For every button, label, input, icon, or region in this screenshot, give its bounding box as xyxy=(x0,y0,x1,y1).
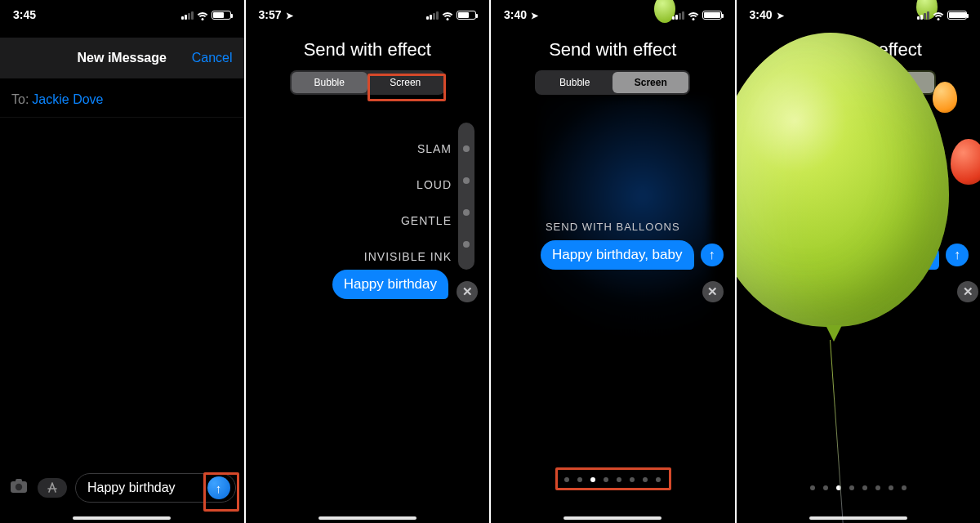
screen-effect-name: SEND WITH BALLOONS xyxy=(491,221,735,233)
app-store-icon[interactable] xyxy=(38,478,67,498)
balloon-string-icon xyxy=(830,340,844,523)
status-right-icons xyxy=(672,9,722,20)
cell-signal-icon xyxy=(672,11,684,20)
option-dot[interactable] xyxy=(463,209,470,216)
effect-segmented-control[interactable]: Bubble Screen xyxy=(535,70,690,95)
tab-bubble[interactable]: Bubble xyxy=(537,72,612,93)
message-input-text: Happy birthday xyxy=(87,481,207,495)
send-with-effect-button[interactable]: ↑ xyxy=(946,244,969,266)
status-bar: 3:45 xyxy=(0,0,244,29)
option-dot[interactable] xyxy=(463,241,470,248)
home-indicator[interactable] xyxy=(564,516,662,520)
annotation-highlight-send xyxy=(203,472,239,512)
nav-title: New iMessage xyxy=(78,51,167,65)
option-dot[interactable] xyxy=(463,177,470,184)
to-field-row[interactable]: To: Jackie Dove xyxy=(0,82,244,118)
status-time: 3:40 ➤ xyxy=(750,8,784,21)
battery-icon xyxy=(947,11,967,20)
camera-icon[interactable] xyxy=(8,479,29,498)
message-bubble-preview: Happy birthday xyxy=(332,270,448,299)
wifi-icon xyxy=(933,9,944,20)
option-dot[interactable] xyxy=(463,145,470,152)
location-icon: ➤ xyxy=(283,11,293,20)
screen-effect-page-indicator[interactable] xyxy=(810,485,906,490)
location-icon: ➤ xyxy=(774,11,784,20)
bubble-effect-options: SLAM LOUD GENTLE INVISIBLE INK xyxy=(364,131,452,275)
effect-title: Send with effect xyxy=(246,39,490,60)
close-effect-button[interactable]: ✕ xyxy=(702,281,724,302)
location-icon: ➤ xyxy=(528,11,538,20)
balloon-red-icon xyxy=(951,139,980,185)
close-effect-button[interactable]: ✕ xyxy=(457,281,478,302)
status-right-icons xyxy=(426,9,476,20)
pane-4-balloons-playing: 3:40 ➤ Send with effect Bubble Screen SE… xyxy=(737,0,981,523)
cell-signal-icon xyxy=(426,11,439,20)
wifi-icon xyxy=(688,9,699,20)
effect-option-loud[interactable]: LOUD xyxy=(364,167,452,203)
battery-icon xyxy=(212,11,231,20)
effect-header: Send with effect Bubble Screen xyxy=(491,39,735,95)
home-indicator[interactable] xyxy=(73,516,171,520)
effect-option-slam[interactable]: SLAM xyxy=(364,131,452,167)
wifi-icon xyxy=(197,9,208,20)
status-bar: 3:40 ➤ xyxy=(737,0,981,29)
nav-bar: New iMessage Cancel xyxy=(0,38,244,78)
annotation-highlight-screen-tab xyxy=(368,74,446,101)
status-right-icons xyxy=(181,9,231,20)
battery-icon xyxy=(457,11,476,20)
close-effect-button[interactable]: ✕ xyxy=(957,281,978,302)
status-bar: 3:40 ➤ xyxy=(491,0,735,29)
wifi-icon xyxy=(442,9,453,20)
effect-title: Send with effect xyxy=(491,39,735,60)
cell-signal-icon xyxy=(181,11,194,20)
pane-1-compose: 3:45 New iMessage Cancel To: Jackie Dove xyxy=(0,0,246,523)
pane-2-bubble-effects: 3:57 ➤ Send with effect Bubble Screen SL… xyxy=(246,0,492,523)
effect-option-indicator-track[interactable] xyxy=(458,123,474,270)
message-bubble-preview: Happy birthday, baby xyxy=(541,240,693,270)
svg-point-2 xyxy=(16,483,22,489)
home-indicator[interactable] xyxy=(318,516,416,520)
tab-screen[interactable]: Screen xyxy=(612,72,688,93)
status-right-icons xyxy=(917,9,967,20)
balloon-orange-icon xyxy=(933,82,957,113)
cancel-button[interactable]: Cancel xyxy=(192,51,233,65)
home-indicator[interactable] xyxy=(809,516,907,520)
status-bar: 3:57 ➤ xyxy=(246,0,490,29)
effect-option-gentle[interactable]: GENTLE xyxy=(364,203,452,239)
tab-bubble[interactable]: Bubble xyxy=(292,72,368,93)
battery-icon xyxy=(702,11,722,20)
svg-rect-1 xyxy=(16,479,22,483)
status-time: 3:45 xyxy=(13,8,36,21)
pane-3-screen-effect-preview: 3:40 ➤ Send with effect Bubble Screen SE… xyxy=(491,0,737,523)
send-with-effect-button[interactable]: ↑ xyxy=(701,244,724,266)
annotation-highlight-page-dots xyxy=(555,467,671,490)
to-recipient[interactable]: Jackie Dove xyxy=(32,92,103,107)
four-pane-container: 3:45 New iMessage Cancel To: Jackie Dove xyxy=(0,0,980,523)
to-label: To: xyxy=(11,92,29,107)
cell-signal-icon xyxy=(917,11,929,20)
status-time: 3:57 ➤ xyxy=(259,8,293,21)
status-time: 3:40 ➤ xyxy=(504,8,538,21)
